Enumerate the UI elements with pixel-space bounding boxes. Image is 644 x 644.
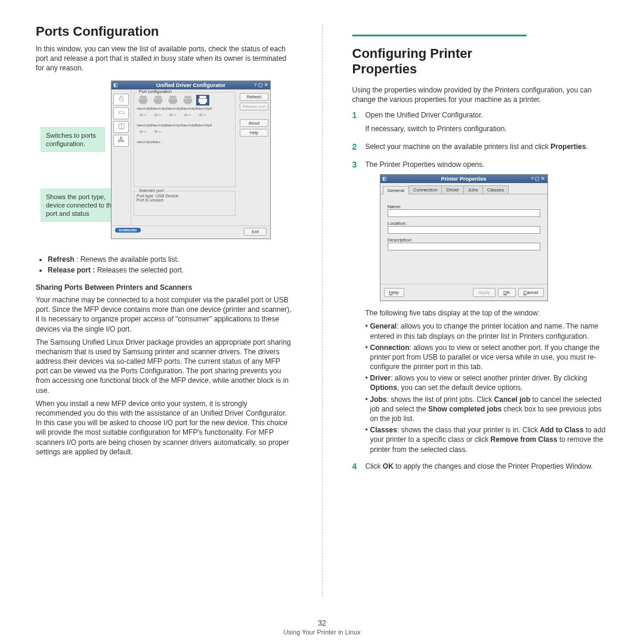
refresh-button[interactable]: Refresh: [240, 93, 268, 101]
name-field[interactable]: [388, 209, 540, 217]
usb-icon[interactable]: [196, 112, 209, 122]
exit-button[interactable]: Exit: [244, 228, 267, 236]
samsung-brand: SAMSUNG: [115, 228, 244, 237]
callout-switches: Switches to ports configuration.: [41, 127, 105, 153]
sharing-para1: Your machine may be connected to a host …: [36, 295, 292, 334]
printer-icon[interactable]: [137, 95, 150, 106]
app-icon: ◧: [382, 176, 387, 181]
tab-connection[interactable]: Connection: [408, 185, 442, 194]
dialog-sidebar: ⎙ ▭ ◫ 🖧: [112, 89, 131, 225]
step-num-2: 2: [352, 142, 360, 151]
name-label: Name:: [388, 204, 540, 209]
printer-icon[interactable]: [151, 95, 165, 106]
step-num-3: 3: [352, 160, 360, 169]
ok-button[interactable]: OK: [498, 288, 516, 297]
printer-icon[interactable]: [196, 95, 209, 106]
usb-icon[interactable]: [166, 112, 179, 122]
sidebar-class-icon[interactable]: ◫: [113, 121, 129, 133]
port-config-legend: Port configuration: [137, 89, 174, 94]
about-button[interactable]: About: [240, 119, 268, 127]
right-heading: Configuring Printer Properties: [352, 35, 527, 77]
tab-descriptions: General: allows you to change the printe…: [366, 321, 609, 454]
window-controls[interactable]: ? ▢ ✕: [254, 82, 268, 88]
ports-bullets: Refresh : Renews the available ports lis…: [48, 255, 292, 275]
apply-button[interactable]: Apply: [473, 288, 496, 297]
printer-icon[interactable]: [166, 95, 179, 106]
port-grid: Port configuration /dev/mfp0 /dev/mfp1: [134, 92, 236, 187]
tabs-intro: The following five tabs display at the t…: [366, 308, 609, 318]
left-intro: In this window, you can view the list of…: [36, 44, 292, 73]
app-icon: ◧: [113, 82, 118, 88]
help-button[interactable]: Help: [384, 288, 404, 297]
sidebar-scanner-icon[interactable]: ▭: [113, 107, 129, 119]
printer-properties-dialog: ◧Printer Properties? ▢ ✕ General Connect…: [380, 174, 548, 301]
release-port-button[interactable]: Release port: [240, 103, 268, 110]
left-heading: Ports Configuration: [36, 24, 292, 39]
location-field[interactable]: [388, 226, 540, 234]
window-controls[interactable]: ? ▢ ✕: [531, 176, 545, 181]
column-divider: [322, 24, 323, 596]
help-button[interactable]: Help: [240, 129, 268, 137]
sidebar-printer-icon[interactable]: ⎙: [113, 94, 129, 106]
tab-driver[interactable]: Driver: [441, 185, 463, 194]
step-num-4: 4: [352, 462, 360, 471]
printer-icon[interactable]: [181, 95, 194, 106]
description-label: Description:: [388, 237, 540, 243]
usb-icon[interactable]: [151, 112, 165, 122]
sharing-para3: When you install a new MFP device onto y…: [36, 399, 292, 457]
sharing-para2: The Samsung Unified Linux Driver package…: [36, 338, 292, 395]
usb-icon[interactable]: [181, 112, 194, 122]
cancel-button[interactable]: Cancel: [518, 288, 544, 297]
page-footer: 32 Using Your Printer in Linux: [0, 619, 644, 636]
selected-port-box: Selected port: Port type: USB Device: Po…: [134, 191, 236, 216]
unified-driver-dialog: ◧Unified Driver Configurator? ▢ ✕ ⎙ ▭ ◫ …: [111, 80, 271, 239]
dialog-title: Unified Driver Configurator: [156, 82, 225, 88]
description-field[interactable]: [388, 243, 540, 250]
step-num-1: 1: [352, 110, 360, 120]
ports-config-figure: Switches to ports configuration. Shows a…: [36, 80, 292, 244]
tab-classes[interactable]: Classes: [482, 185, 509, 194]
sharing-heading: Sharing Ports Between Printers and Scann…: [36, 283, 292, 292]
right-intro: Using the properties window provided by …: [352, 85, 609, 104]
usb-icon[interactable]: [137, 112, 150, 122]
steps-list: 1 Open the Unified Driver Configurator. …: [352, 110, 609, 475]
sidebar-port-icon[interactable]: 🖧: [113, 135, 129, 147]
tab-general[interactable]: General: [383, 186, 409, 194]
usb-icon[interactable]: [151, 128, 165, 139]
location-label: Location:: [388, 221, 540, 226]
tab-jobs[interactable]: Jobs: [463, 185, 483, 194]
usb-icon[interactable]: [137, 128, 150, 139]
